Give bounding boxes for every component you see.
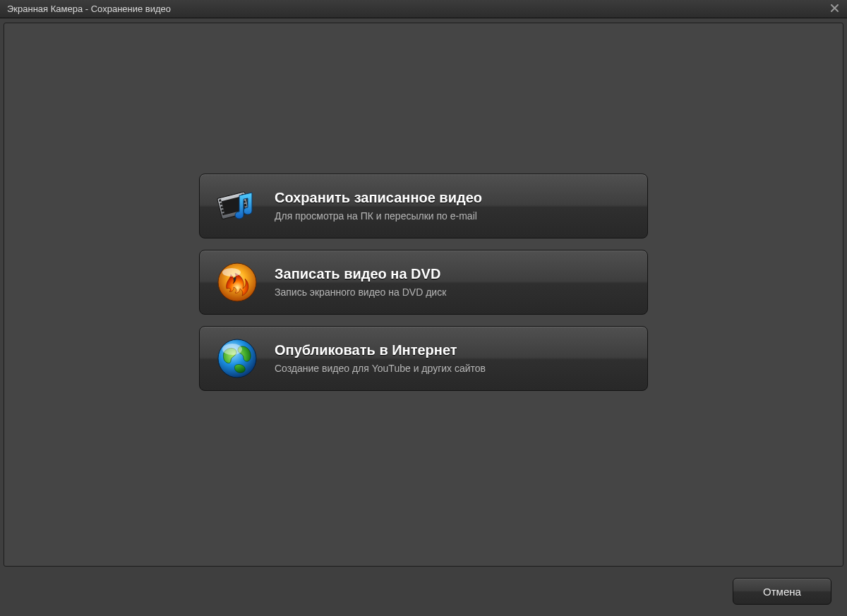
window-title: Экранная Камера - Сохранение видео [7,4,826,14]
option-title: Опубликовать в Интернет [275,342,486,358]
option-description: Создание видео для YouTube и других сайт… [275,363,486,374]
option-description: Для просмотра на ПК и пересылки по e-mai… [275,210,482,222]
options-list: Сохранить записанное видео Для просмотра… [199,174,648,391]
globe-icon [215,337,259,380]
dvd-burn-icon [215,260,259,304]
titlebar: Экранная Камера - Сохранение видео [0,0,847,18]
option-burn-dvd[interactable]: Записать видео на DVD Запись экранного в… [199,250,648,315]
option-description: Запись экранного видео на DVD диск [275,286,446,298]
option-text: Опубликовать в Интернет Создание видео д… [275,342,486,374]
cancel-button-label: Отмена [763,586,801,598]
film-music-icon [215,184,259,228]
close-button[interactable] [826,3,843,16]
option-publish-web[interactable]: Опубликовать в Интернет Создание видео д… [199,326,648,391]
svg-point-17 [222,344,242,355]
cancel-button[interactable]: Отмена [733,578,831,605]
close-icon [831,4,839,14]
svg-point-15 [222,268,241,277]
option-text: Записать видео на DVD Запись экранного в… [275,266,446,298]
option-title: Записать видео на DVD [275,266,446,282]
footer: Отмена [0,567,847,616]
option-save-video[interactable]: Сохранить записанное видео Для просмотра… [199,174,648,238]
content-panel: Сохранить записанное видео Для просмотра… [4,23,843,567]
option-text: Сохранить записанное видео Для просмотра… [275,190,482,222]
option-title: Сохранить записанное видео [275,190,482,206]
